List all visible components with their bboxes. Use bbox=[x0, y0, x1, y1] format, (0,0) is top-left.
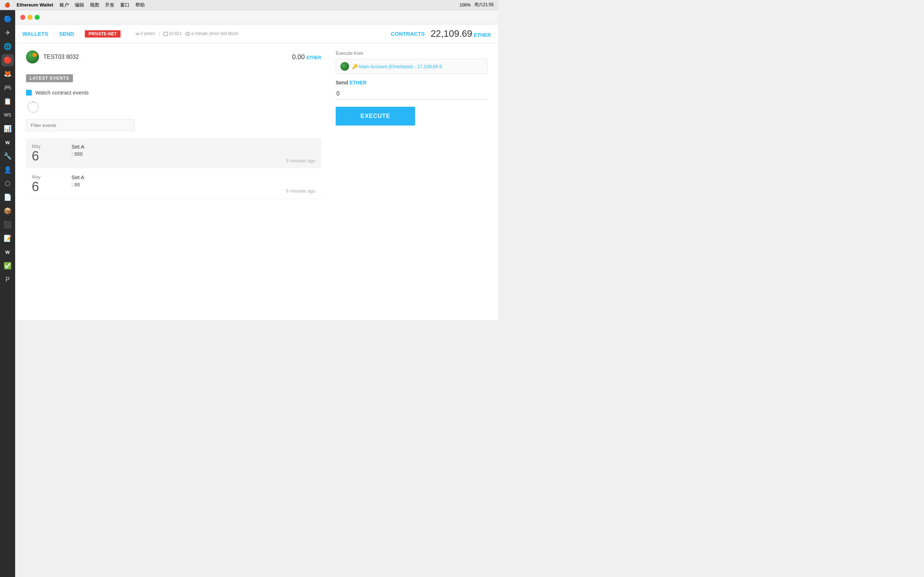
loading-spinner bbox=[27, 102, 321, 113]
sidebar-icon-9[interactable]: W bbox=[2, 136, 14, 148]
menu-items: 账户 编辑 视图 开发 窗口 帮助 bbox=[60, 2, 145, 8]
account-text: 🔑 Main Account (Etherbase) - 17,109.69 E bbox=[352, 64, 443, 69]
sidebar-icon-17[interactable]: W bbox=[2, 246, 14, 258]
event-time-0: 5 minutes ago bbox=[279, 158, 315, 163]
menu-window[interactable]: 窗口 bbox=[120, 2, 129, 8]
event-date-1: May 6 bbox=[32, 174, 64, 194]
sidebar-icon-0[interactable]: 🔵 bbox=[2, 13, 14, 25]
sidebar: 🔵 ✈ 🌐 🔴 🦊 🎮 📋 WS 📊 W 🔧 👤 ⬡ 📄 📦 ⬛ 📝 W ✅ P bbox=[0, 10, 15, 320]
contract-name: TEST03 8032 bbox=[43, 54, 79, 60]
balance-display: 22,109.69ETHER bbox=[431, 28, 491, 39]
peers-status: 0 peers bbox=[135, 31, 155, 36]
menu-view[interactable]: 视图 bbox=[90, 2, 99, 8]
sidebar-icon-3[interactable]: 🔴 bbox=[2, 54, 14, 66]
titlebar bbox=[15, 10, 498, 24]
send-tab[interactable]: SEND bbox=[59, 31, 74, 37]
watch-events-checkbox[interactable] bbox=[26, 90, 32, 95]
event-time-1: 6 minutes ago bbox=[279, 188, 315, 193]
contract-balance: 0.00 ETHER bbox=[292, 53, 321, 61]
main-window: WALLETS SEND PRIVATE-NET 0 peers | 10,82… bbox=[15, 10, 498, 320]
execute-from-label: Execute from bbox=[336, 50, 487, 56]
filter-events-input[interactable] bbox=[26, 119, 134, 131]
send-label: Send ETHER bbox=[336, 80, 487, 85]
content-right: Execute from 🔑 Main Account (Etherbase) … bbox=[336, 50, 487, 200]
app-name: Ethereum Wallet bbox=[16, 2, 53, 8]
events-section: LATEST EVENTS Watch contract events @key… bbox=[26, 74, 321, 199]
sidebar-icon-16[interactable]: 📝 bbox=[2, 232, 14, 245]
sidebar-icon-18[interactable]: ✅ bbox=[2, 259, 14, 272]
sidebar-icon-15[interactable]: ⬛ bbox=[2, 219, 14, 231]
event-month-0: May bbox=[32, 143, 64, 149]
sidebar-icon-4[interactable]: 🦊 bbox=[2, 68, 14, 80]
menu-accounts[interactable]: 账户 bbox=[60, 2, 69, 8]
nav-right: CONTRACTS 22,109.69ETHER bbox=[391, 28, 491, 39]
last-block-status: a minute since last block bbox=[185, 31, 238, 36]
event-month-1: May bbox=[32, 174, 64, 180]
blocks-status: 10,821 bbox=[163, 31, 182, 36]
event-date-0: May 6 bbox=[32, 143, 64, 163]
close-button[interactable] bbox=[20, 15, 25, 20]
event-day-0: 6 bbox=[32, 149, 64, 163]
contracts-link[interactable]: CONTRACTS bbox=[391, 31, 425, 37]
private-net-badge: PRIVATE-NET bbox=[85, 30, 120, 37]
navbar: WALLETS SEND PRIVATE-NET 0 peers | 10,82… bbox=[15, 24, 498, 43]
contract-avatar bbox=[26, 50, 39, 63]
sidebar-icon-5[interactable]: 🎮 bbox=[2, 82, 14, 94]
minimize-button[interactable] bbox=[27, 15, 32, 20]
account-icon bbox=[340, 62, 349, 71]
sidebar-icon-10[interactable]: 🔧 bbox=[2, 150, 14, 162]
sidebar-icon-19[interactable]: P bbox=[2, 273, 14, 285]
send-ether-input[interactable] bbox=[336, 89, 487, 100]
event-details-1: Set A : 88 bbox=[64, 174, 279, 194]
datetime: 周六21:55 bbox=[474, 2, 494, 8]
event-details-0: Set A : 888 bbox=[64, 143, 279, 163]
event-name-1: Set A bbox=[71, 174, 279, 180]
svg-rect-0 bbox=[164, 32, 168, 36]
execute-button[interactable]: EXECUTE bbox=[336, 107, 415, 126]
sidebar-icon-13[interactable]: 📄 bbox=[2, 191, 14, 203]
event-value-1: : 88 bbox=[71, 182, 279, 187]
menubar-left: 🍎 Ethereum Wallet 账户 编辑 视图 开发 窗口 帮助 bbox=[4, 2, 145, 8]
account-selector[interactable]: 🔑 Main Account (Etherbase) - 17,109.69 E bbox=[336, 59, 487, 74]
traffic-lights bbox=[20, 15, 40, 20]
sidebar-icon-14[interactable]: 📦 bbox=[2, 205, 14, 217]
watch-events-row: Watch contract events bbox=[26, 89, 321, 95]
event-day-1: 6 bbox=[32, 180, 64, 194]
menu-edit[interactable]: 编辑 bbox=[75, 2, 84, 8]
status-bar: 0 peers | 10,821 a minute since last blo… bbox=[135, 31, 239, 36]
fullscreen-button[interactable] bbox=[35, 15, 40, 20]
content-left: TEST03 8032 0.00 ETHER LATEST EVENTS Wat… bbox=[26, 50, 321, 200]
balance-unit: ETHER bbox=[474, 32, 491, 38]
event-value-0: : 888 bbox=[71, 151, 279, 157]
event-row-0: May 6 Set A : 888 5 minutes ago bbox=[26, 139, 321, 168]
sidebar-icon-11[interactable]: 👤 bbox=[2, 164, 14, 176]
apple-menu[interactable]: 🍎 bbox=[4, 2, 10, 8]
menu-help[interactable]: 帮助 bbox=[135, 2, 145, 8]
sidebar-icon-12[interactable]: ⬡ bbox=[2, 177, 14, 190]
menu-bar: 🍎 Ethereum Wallet 账户 编辑 视图 开发 窗口 帮助 100%… bbox=[0, 0, 498, 10]
sidebar-icon-7[interactable]: WS bbox=[2, 109, 14, 121]
sidebar-icon-6[interactable]: 📋 bbox=[2, 95, 14, 108]
sidebar-icon-8[interactable]: 📊 bbox=[2, 122, 14, 135]
events-title-bar: LATEST EVENTS bbox=[26, 74, 73, 82]
watch-events-label: Watch contract events bbox=[36, 89, 89, 95]
battery-status: 100% bbox=[459, 3, 471, 8]
contract-header: TEST03 8032 0.00 ETHER bbox=[26, 50, 321, 63]
sidebar-icon-2[interactable]: 🌐 bbox=[2, 40, 14, 53]
menu-dev[interactable]: 开发 bbox=[105, 2, 115, 8]
event-row-1: May 6 Set A : 88 6 minutes ago bbox=[26, 169, 321, 200]
sidebar-icon-1[interactable]: ✈ bbox=[2, 27, 14, 39]
content-area: TEST03 8032 0.00 ETHER LATEST EVENTS Wat… bbox=[15, 43, 498, 207]
wallets-tab[interactable]: WALLETS bbox=[23, 31, 48, 37]
event-name-0: Set A bbox=[71, 143, 279, 150]
menubar-right: 100% 周六21:55 bbox=[459, 2, 494, 8]
